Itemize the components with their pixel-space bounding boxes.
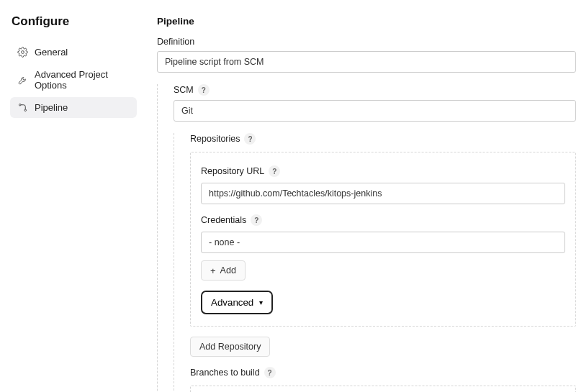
help-icon[interactable]: ? (264, 367, 276, 378)
plus-icon: + (210, 266, 216, 275)
configure-heading: Configure (10, 14, 137, 29)
advanced-button[interactable]: Advanced ▾ (201, 291, 273, 314)
advanced-label: Advanced (211, 297, 253, 308)
help-icon[interactable]: ? (251, 214, 262, 226)
chevron-down-icon: ▾ (259, 298, 263, 306)
scm-section: SCM ? Git Repositories ? Repository URL … (157, 84, 576, 392)
svg-point-2 (24, 109, 27, 111)
sidebar-item-label: Pipeline (35, 102, 68, 113)
wrench-icon (17, 75, 28, 86)
repository-box: Repository URL ? Credentials ? - none - … (190, 152, 576, 327)
main-content: Pipeline Definition Pipeline script from… (144, 0, 576, 392)
add-credentials-button[interactable]: + Add (201, 260, 246, 281)
svg-point-0 (22, 51, 24, 54)
help-icon[interactable]: ? (244, 133, 256, 145)
sidebar-item-general[interactable]: General (10, 42, 137, 63)
sidebar-item-pipeline[interactable]: Pipeline (10, 97, 137, 118)
add-label: Add (220, 265, 236, 275)
pipeline-icon (17, 102, 28, 113)
repositories-label: Repositories (190, 134, 240, 144)
svg-point-1 (19, 104, 22, 106)
repo-url-label: Repository URL (201, 166, 264, 176)
help-icon[interactable]: ? (198, 84, 210, 96)
sidebar-item-label: Advanced Project Options (35, 69, 130, 91)
sidebar: Configure General Advanced Project Optio… (0, 0, 144, 392)
add-repository-button[interactable]: Add Repository (190, 337, 270, 357)
help-icon[interactable]: ? (269, 165, 280, 177)
credentials-select[interactable]: - none - (201, 232, 565, 253)
repositories-section: Repositories ? Repository URL ? Credenti… (174, 133, 576, 392)
definition-select[interactable]: Pipeline script from SCM (157, 51, 576, 73)
sidebar-item-advanced-options[interactable]: Advanced Project Options (10, 64, 137, 96)
scm-select[interactable]: Git (174, 100, 576, 122)
scm-label: SCM (174, 85, 194, 95)
page-title: Pipeline (157, 16, 576, 27)
credentials-label: Credentials (201, 215, 246, 225)
definition-label: Definition (157, 37, 576, 47)
gear-icon (17, 47, 28, 58)
sidebar-item-label: General (35, 47, 68, 58)
branches-label: Branches to build (190, 368, 260, 378)
branch-box: Branch Specifier (blank for 'any') ? (190, 386, 576, 392)
repo-url-input[interactable] (201, 183, 565, 204)
